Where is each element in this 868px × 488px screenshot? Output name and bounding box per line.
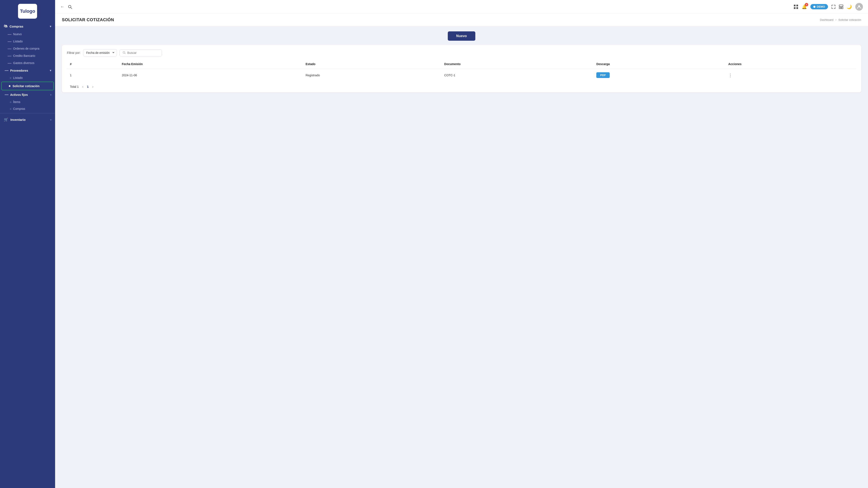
page-title: SOLICITAR COTIZACIÓN xyxy=(62,18,114,22)
topbar-left: ← xyxy=(60,4,72,9)
col-fecha: Fecha Emisión xyxy=(119,60,303,69)
pagination-total: Total 1 xyxy=(70,85,79,88)
fullscreen-icon[interactable] xyxy=(831,5,836,9)
svg-rect-8 xyxy=(841,7,843,9)
breadcrumb: Dashboard > Solicitar cotización xyxy=(820,18,861,22)
sidebar-item-ordenes[interactable]: — Ordenes de compra xyxy=(0,45,55,52)
apps-icon[interactable] xyxy=(794,4,798,9)
cell-acciones: ⋮ xyxy=(725,69,856,82)
svg-rect-4 xyxy=(794,7,796,9)
col-acciones: Acciones xyxy=(725,60,856,69)
activos-chevron: › xyxy=(51,93,51,96)
sidebar-item-items[interactable]: ○ Ítems xyxy=(0,98,55,105)
search-input[interactable] xyxy=(127,51,157,55)
sidebar-item-listado[interactable]: — Listado xyxy=(0,38,55,45)
topbar: ← 🔔 4 xyxy=(55,0,868,13)
proveedores-chevron: ▾ xyxy=(50,69,51,72)
svg-point-9 xyxy=(858,5,860,7)
cell-documento: COTC-1 xyxy=(441,69,593,82)
svg-rect-3 xyxy=(796,5,798,6)
sidebar-item-credito[interactable]: — Credito Bancario xyxy=(0,52,55,59)
svg-point-0 xyxy=(68,5,71,8)
svg-line-11 xyxy=(125,53,125,54)
compras-chevron: ▾ xyxy=(50,25,51,28)
filter-row: Filtrar por: Fecha de emisión xyxy=(67,49,856,56)
back-icon[interactable]: ← xyxy=(60,4,64,9)
svg-rect-2 xyxy=(794,5,796,6)
page-content: SOLICITAR COTIZACIÓN Dashboard > Solicit… xyxy=(55,13,868,488)
svg-line-1 xyxy=(71,8,72,9)
svg-rect-5 xyxy=(796,7,798,9)
table-card: Filtrar por: Fecha de emisión xyxy=(62,45,861,92)
logo-area: Tu logo xyxy=(0,0,55,22)
breadcrumb-current: Solicitar cotización xyxy=(838,18,861,22)
filter-label: Filtrar por: xyxy=(67,51,81,55)
pagination-prev[interactable]: ‹ xyxy=(81,84,85,89)
sidebar-item-solicitar-cotizacion[interactable]: ● Solicitar cotización xyxy=(1,82,54,90)
new-btn-row: Nuevo xyxy=(62,31,861,41)
sidebar-section-compras[interactable]: 🛍 Compras ▾ xyxy=(0,22,55,31)
pdf-button[interactable]: PDF xyxy=(596,72,610,78)
breadcrumb-home[interactable]: Dashboard xyxy=(820,18,833,22)
sidebar-subsection-proveedores[interactable]: — Proveedores ▾ xyxy=(0,67,55,74)
compras-icon: 🛍 xyxy=(4,24,7,28)
sidebar-item-prov-listado[interactable]: ○ Listado xyxy=(0,74,55,81)
col-estado: Estado xyxy=(303,60,441,69)
topbar-right: 🔔 4 DEMO 🌙 xyxy=(794,3,863,10)
demo-dot xyxy=(813,6,815,8)
col-num: # xyxy=(67,60,119,69)
logo: Tu logo xyxy=(18,4,37,19)
cotizacion-table: # Fecha Emisión Estado Documento Descarg… xyxy=(67,60,856,82)
filter-search-icon xyxy=(123,51,126,55)
inventario-icon: 🛒 xyxy=(4,117,8,122)
theme-icon[interactable]: 🌙 xyxy=(846,4,852,9)
sidebar-section-inventario[interactable]: 🛒 Inventario › xyxy=(0,115,55,124)
notifications[interactable]: 🔔 4 xyxy=(802,4,807,9)
table-row: 1 2024-11-06 Registrado COTC-1 PDF ⋮ xyxy=(67,69,856,82)
pagination-current-page: 1 xyxy=(87,85,89,88)
layout-icon[interactable] xyxy=(839,5,843,9)
sidebar-item-compras2[interactable]: ○ Compras xyxy=(0,105,55,112)
svg-rect-7 xyxy=(839,7,841,9)
notification-badge: 4 xyxy=(805,3,808,6)
pagination-next[interactable]: › xyxy=(91,84,95,89)
avatar[interactable] xyxy=(855,3,863,10)
main-area: ← 🔔 4 xyxy=(55,0,868,488)
search-icon[interactable] xyxy=(68,5,72,9)
table-area: Nuevo Filtrar por: Fecha de emisión xyxy=(55,26,868,97)
actions-menu-button[interactable]: ⋮ xyxy=(728,73,733,78)
filter-search-box xyxy=(120,50,162,56)
sidebar: Tu logo 🛍 Compras ▾ — Nuevo — Listado — … xyxy=(0,0,55,488)
new-button[interactable]: Nuevo xyxy=(448,31,475,41)
svg-rect-6 xyxy=(839,5,843,6)
inventario-chevron: › xyxy=(51,118,51,121)
cell-fecha: 2024-11-06 xyxy=(119,69,303,82)
pagination: Total 1 ‹ 1 › xyxy=(67,82,856,89)
col-descarga: Descarga xyxy=(593,60,725,69)
page-header: SOLICITAR COTIZACIÓN Dashboard > Solicit… xyxy=(55,13,868,26)
cell-num: 1 xyxy=(67,69,119,82)
cell-descarga: PDF xyxy=(593,69,725,82)
breadcrumb-separator: > xyxy=(835,18,837,22)
sidebar-item-gastos[interactable]: — Gastos diversos xyxy=(0,59,55,67)
cell-estado: Registrado xyxy=(303,69,441,82)
sidebar-item-nuevo[interactable]: — Nuevo xyxy=(0,31,55,38)
demo-badge[interactable]: DEMO xyxy=(810,4,828,9)
filter-select[interactable]: Fecha de emisión xyxy=(83,49,117,56)
col-documento: Documento xyxy=(441,60,593,69)
sidebar-section-activos[interactable]: — Activos fijos › xyxy=(0,91,55,98)
